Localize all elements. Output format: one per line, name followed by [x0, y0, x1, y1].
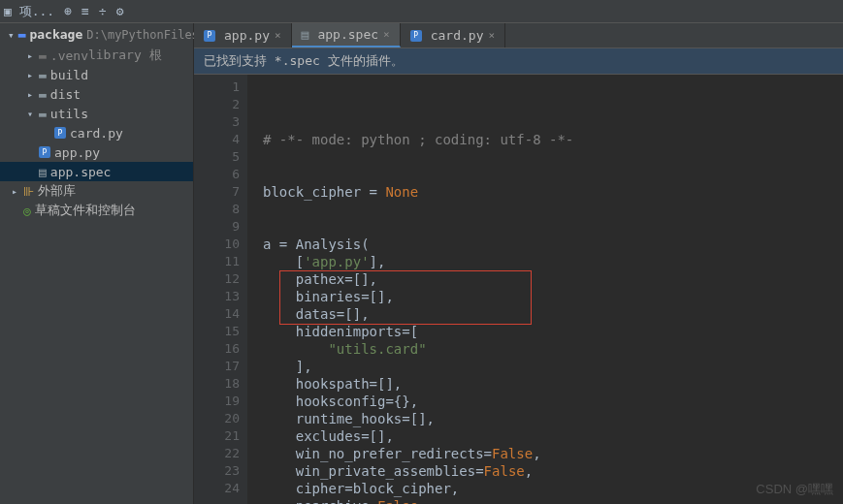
chevron-right-icon: ▸	[27, 89, 39, 100]
tab-label: card.py	[431, 28, 484, 43]
tree-item-label: .venv	[50, 48, 88, 63]
library-icon: ⊪	[23, 184, 34, 199]
external-libraries[interactable]: ▸ ⊪ 外部库	[0, 181, 193, 201]
code-line[interactable]: datas=[],	[263, 305, 843, 323]
chevron-down-icon: ▾	[27, 109, 39, 119]
line-number: 2	[194, 96, 240, 113]
code-line[interactable]: noarchive=False,	[263, 497, 843, 504]
line-number: 3	[194, 113, 240, 131]
expand-icon[interactable]: ≡	[81, 4, 89, 18]
code-area[interactable]: # -*- mode: python ; coding: utf-8 -*-bl…	[247, 75, 843, 504]
package-icon: ▬	[18, 27, 26, 42]
python-file-icon: P	[410, 30, 422, 42]
line-number: 16	[194, 340, 240, 358]
code-line[interactable]: a = Analysis(	[263, 236, 843, 253]
tree-item-build[interactable]: ▸▬build	[0, 65, 193, 84]
python-file-icon: P	[204, 30, 215, 42]
line-number: 12	[194, 270, 240, 288]
chevron-right-icon: ▸	[12, 186, 23, 197]
code-line[interactable]	[263, 148, 843, 166]
python-file-icon: P	[54, 127, 66, 139]
tree-item-suffix: library 根	[88, 47, 162, 64]
tree-item-utils[interactable]: ▾▬utils	[0, 104, 193, 123]
code-line[interactable]	[263, 201, 843, 218]
line-number: 7	[194, 183, 240, 201]
line-number: 4	[194, 131, 240, 148]
line-number: 23	[194, 462, 240, 480]
close-icon[interactable]: ×	[383, 28, 390, 41]
code-line[interactable]: # -*- mode: python ; coding: utf-8 -*-	[263, 131, 843, 148]
line-number: 22	[194, 445, 240, 462]
scratches-label: 草稿文件和控制台	[35, 202, 136, 219]
chevron-right-icon: ▸	[27, 50, 39, 61]
tree-item--venv[interactable]: ▸▬.venv library 根	[0, 46, 193, 65]
external-lib-label: 外部库	[38, 182, 76, 200]
gear-icon[interactable]: ⚙	[116, 4, 124, 18]
code-line[interactable]: hiddenimports=[	[263, 323, 843, 340]
line-number: 14	[194, 305, 240, 323]
code-line[interactable]	[263, 166, 843, 183]
code-line[interactable]: binaries=[],	[263, 288, 843, 305]
line-number: 20	[194, 410, 240, 427]
tree-item-dist[interactable]: ▸▬dist	[0, 84, 193, 104]
code-line[interactable]	[263, 218, 843, 236]
line-number: 10	[194, 236, 240, 253]
close-icon[interactable]: ×	[488, 29, 495, 42]
code-line[interactable]: "utils.card"	[263, 340, 843, 358]
close-icon[interactable]: ×	[275, 29, 281, 42]
tree-item-label: dist	[50, 87, 81, 102]
tree-item-label: app.py	[54, 145, 100, 160]
tab-label: app.spec	[317, 27, 378, 42]
python-file-icon: P	[39, 146, 50, 158]
target-icon[interactable]: ⊕	[64, 4, 72, 18]
code-line[interactable]: win_no_prefer_redirects=False,	[263, 445, 843, 462]
spec-file-icon: ▤	[39, 165, 47, 179]
tree-item-app-py[interactable]: Papp.py	[0, 142, 193, 162]
line-gutter: 123456789101112131415161718192021222324	[194, 75, 247, 504]
line-number: 13	[194, 288, 240, 305]
code-line[interactable]: excludes=[],	[263, 427, 843, 445]
collapse-icon[interactable]: ÷	[99, 4, 107, 18]
tab-app-py[interactable]: Papp.py×	[194, 23, 292, 47]
tree-item-label: card.py	[70, 126, 123, 141]
project-menu[interactable]: ▣ 项...	[4, 3, 54, 20]
code-line[interactable]: ],	[263, 358, 843, 375]
code-line[interactable]: runtime_hooks=[],	[263, 410, 843, 427]
scratch-icon: ◎	[23, 204, 31, 218]
plugin-notice[interactable]: 已找到支持 *.spec 文件的插件。	[194, 48, 843, 75]
folder-icon: ▬	[39, 48, 47, 63]
line-number: 6	[194, 166, 240, 183]
folder-icon: ▬	[39, 87, 47, 102]
code-line[interactable]: hooksconfig={},	[263, 393, 843, 410]
chevron-right-icon: ▸	[27, 70, 39, 80]
tree-item-label: utils	[50, 107, 88, 121]
code-line[interactable]: win_private_assemblies=False,	[263, 462, 843, 480]
code-line[interactable]: ['app.py'],	[263, 253, 843, 270]
editor-tabs: Papp.py×▤app.spec×Pcard.py×	[194, 23, 843, 48]
line-number: 17	[194, 358, 240, 375]
code-line[interactable]: block_cipher = None	[263, 183, 843, 201]
line-number: 9	[194, 218, 240, 236]
code-line[interactable]: hookspath=[],	[263, 375, 843, 393]
line-number: 8	[194, 201, 240, 218]
scratches[interactable]: ◎ 草稿文件和控制台	[0, 201, 193, 220]
tab-card-py[interactable]: Pcard.py×	[401, 23, 505, 47]
line-number: 15	[194, 323, 240, 340]
line-number: 21	[194, 427, 240, 445]
line-number: 18	[194, 375, 240, 393]
line-number: 24	[194, 480, 240, 497]
package-path: D:\myPythonFiles	[86, 28, 199, 42]
spec-file-icon: ▤	[302, 27, 309, 42]
folder-icon: ▬	[39, 107, 47, 121]
tree-item-card-py[interactable]: Pcard.py	[0, 123, 193, 142]
tab-label: app.py	[224, 28, 270, 43]
project-root[interactable]: ▾ ▬ package D:\myPythonFiles	[0, 23, 193, 46]
tree-item-app-spec[interactable]: ▤app.spec	[0, 162, 193, 181]
folder-icon: ▬	[39, 68, 47, 82]
line-number: 11	[194, 253, 240, 270]
tab-app-spec[interactable]: ▤app.spec×	[292, 23, 401, 47]
project-tree: ▸▬.venv library 根▸▬build▸▬dist▾▬utilsPca…	[0, 46, 193, 181]
code-line[interactable]: pathex=[],	[263, 270, 843, 288]
chevron-down-icon: ▾	[8, 29, 15, 42]
editor-body: 123456789101112131415161718192021222324 …	[194, 75, 843, 504]
